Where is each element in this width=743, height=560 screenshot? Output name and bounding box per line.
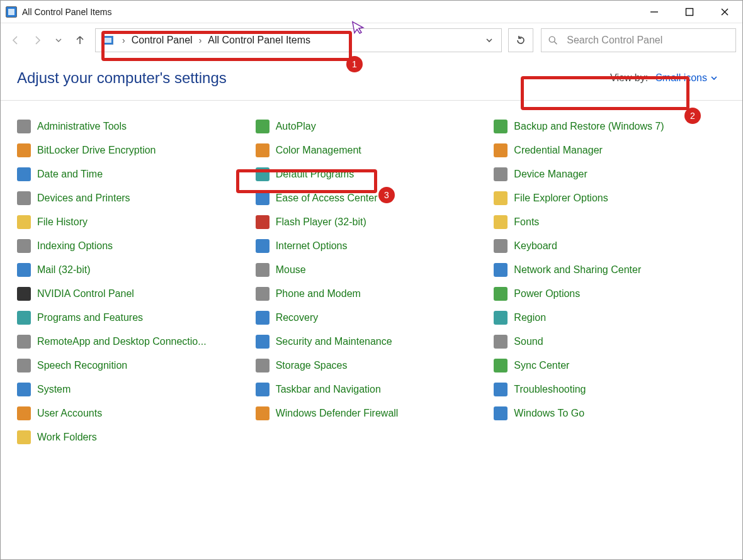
cp-item[interactable]: Security and Maintenance: [256, 330, 470, 354]
cp-item[interactable]: Region: [494, 306, 708, 330]
nav-forward-button[interactable]: [28, 31, 46, 49]
cp-item[interactable]: BitLocker Drive Encryption: [17, 138, 231, 162]
cp-item-label: Backup and Restore (Windows 7): [514, 121, 664, 132]
region-icon: [494, 311, 508, 325]
cp-item-label: Troubleshooting: [514, 384, 586, 395]
svg-rect-1: [686, 8, 693, 15]
remoteapp-icon: [17, 335, 31, 349]
cp-item[interactable]: Network and Sharing Center: [494, 258, 708, 282]
cp-item[interactable]: Device Manager: [494, 162, 708, 186]
refresh-button[interactable]: [508, 28, 533, 52]
cp-item[interactable]: Sound: [494, 330, 708, 354]
cp-item[interactable]: Devices and Printers: [17, 186, 231, 210]
speech-icon: [17, 359, 31, 372]
cp-item[interactable]: Power Options: [494, 282, 708, 306]
cp-item-label: Programs and Features: [37, 312, 143, 323]
minimize-button[interactable]: [637, 1, 672, 23]
mail-icon: [17, 263, 31, 277]
cp-item[interactable]: Work Folders: [17, 425, 231, 449]
cp-item-label: RemoteApp and Desktop Connectio...: [37, 336, 207, 347]
phone-modem-icon: [256, 287, 269, 301]
cp-item[interactable]: Ease of Access Center: [256, 186, 470, 210]
cp-item[interactable]: User Accounts: [17, 401, 231, 425]
fonts-icon: [494, 215, 508, 229]
cp-item[interactable]: RemoteApp and Desktop Connectio...: [17, 330, 231, 354]
cp-item[interactable]: Mouse: [256, 258, 470, 282]
flash-icon: [256, 215, 269, 229]
security-maint-icon: [256, 335, 269, 349]
breadcrumb-all-items[interactable]: All Control Panel Items: [207, 35, 312, 46]
cp-item[interactable]: Flash Player (32-bit): [256, 210, 470, 234]
view-by-label: View by:: [610, 72, 648, 84]
power-options-icon: [494, 287, 508, 301]
cp-item[interactable]: Storage Spaces: [256, 354, 470, 378]
cp-item[interactable]: Backup and Restore (Windows 7): [494, 115, 708, 138]
cp-item[interactable]: Color Management: [256, 138, 470, 162]
cp-item[interactable]: Phone and Modem: [256, 282, 470, 306]
cp-item[interactable]: Mail (32-bit): [17, 258, 231, 282]
cp-item[interactable]: Internet Options: [256, 234, 470, 258]
default-programs-icon: [256, 167, 269, 181]
svg-point-4: [549, 36, 555, 42]
cp-item-label: File History: [37, 216, 88, 228]
address-dropdown-button[interactable]: [480, 29, 499, 52]
cp-item[interactable]: Date and Time: [17, 162, 231, 186]
search-icon: [548, 35, 558, 46]
cp-item-label: Indexing Options: [37, 240, 113, 252]
address-bar[interactable]: › Control Panel › All Control Panel Item…: [95, 28, 502, 52]
cp-item[interactable]: AutoPlay: [256, 115, 470, 138]
cp-item[interactable]: Administrative Tools: [17, 115, 231, 138]
nav-back-button[interactable]: [7, 31, 25, 49]
cp-item-label: User Accounts: [37, 408, 102, 419]
keyboard-icon: [494, 239, 508, 253]
maximize-button[interactable]: [672, 1, 707, 23]
cp-item[interactable]: Fonts: [494, 210, 708, 234]
network-sharing-icon: [494, 263, 508, 277]
cp-item[interactable]: Default Programs: [256, 162, 470, 186]
color-mgmt-icon: [256, 143, 269, 157]
cp-item-label: Speech Recognition: [37, 360, 127, 371]
view-by-value[interactable]: Small icons: [655, 72, 717, 84]
cp-item[interactable]: File Explorer Options: [494, 186, 708, 210]
cp-item[interactable]: Windows To Go: [494, 401, 708, 425]
search-input[interactable]: [565, 34, 729, 47]
cp-item-label: Taskbar and Navigation: [276, 384, 381, 395]
cp-item[interactable]: Windows Defender Firewall: [256, 401, 470, 425]
cp-item-label: Keyboard: [514, 240, 557, 252]
cp-item[interactable]: Indexing Options: [17, 234, 231, 258]
nvidia-icon: [17, 287, 31, 301]
mouse-icon: [256, 263, 269, 277]
cp-item[interactable]: System: [17, 378, 231, 401]
cp-item[interactable]: Sync Center: [494, 354, 708, 378]
cp-item-label: System: [37, 384, 71, 395]
cp-item-label: Devices and Printers: [37, 193, 130, 204]
cp-item-label: Work Folders: [37, 432, 97, 443]
device-mgr-icon: [494, 167, 508, 181]
breadcrumb-control-panel[interactable]: Control Panel: [130, 35, 194, 46]
cp-item-label: Color Management: [276, 145, 361, 156]
cp-item-label: AutoPlay: [276, 121, 316, 132]
cp-item[interactable]: Troubleshooting: [494, 378, 708, 401]
programs-icon: [17, 311, 31, 325]
cp-item[interactable]: Programs and Features: [17, 306, 231, 330]
cp-item[interactable]: Credential Manager: [494, 138, 708, 162]
cp-item[interactable]: Keyboard: [494, 234, 708, 258]
cp-item[interactable]: File History: [17, 210, 231, 234]
cp-item[interactable]: Taskbar and Navigation: [256, 378, 470, 401]
work-folders-icon: [17, 430, 31, 444]
search-box[interactable]: [541, 28, 736, 52]
cp-item-label: Windows To Go: [514, 408, 584, 419]
view-by-control[interactable]: View by: Small icons: [601, 69, 726, 87]
nav-recent-dropdown[interactable]: [50, 31, 67, 49]
annotation-badge-1: 1: [346, 56, 363, 72]
cp-item-label: Device Manager: [514, 169, 587, 180]
cp-item[interactable]: Speech Recognition: [17, 354, 231, 378]
cp-item[interactable]: Recovery: [256, 306, 470, 330]
breadcrumb-root-icon: [102, 36, 113, 45]
cp-item[interactable]: NVIDIA Control Panel: [17, 282, 231, 306]
defender-firewall-icon: [256, 406, 269, 420]
internet-options-icon: [256, 239, 269, 253]
nav-up-button[interactable]: [71, 31, 89, 49]
close-button[interactable]: [707, 1, 742, 23]
navigation-bar: › Control Panel › All Control Panel Item…: [1, 23, 742, 57]
